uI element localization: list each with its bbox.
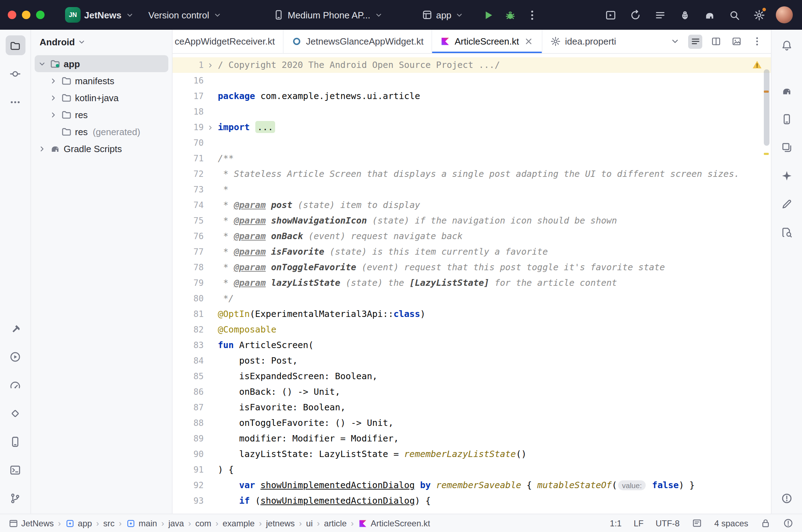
chevron-right-icon[interactable] [49,110,58,119]
debug-button[interactable] [502,7,518,23]
fold-icon[interactable] [204,60,216,70]
code-line[interactable]: 76 * @param onBack (event) request navig… [173,229,771,244]
code-line[interactable]: 81@OptIn(ExperimentalMaterial3Api::class… [173,306,771,322]
project-tool-window-button[interactable] [5,35,25,55]
breadcrumb-src[interactable]: src [103,518,115,528]
notifications-button[interactable] [777,35,797,55]
running-devices-button[interactable] [603,7,618,23]
breadcrumb-ui[interactable]: ui [306,518,313,528]
encoding-widget[interactable]: UTF-8 [656,518,680,528]
code-line[interactable]: 77 * @param isFavorite (state) is this i… [173,244,771,260]
code-line[interactable]: 18 [173,104,771,120]
gemini-button[interactable] [777,166,797,185]
app-quality-insights-button[interactable] [5,403,25,423]
code-line[interactable]: 86 onBack: () -> Unit, [173,384,771,400]
tab-idea-properti[interactable]: idea.properti [542,30,624,53]
more-tool-windows-button[interactable] [5,92,25,112]
breadcrumb-jetnews[interactable]: jetnews [266,518,295,528]
commit-tool-window-button[interactable] [5,64,25,83]
run-button[interactable] [481,7,496,23]
run-target-selector[interactable]: app [418,6,467,23]
layout-inspector-button[interactable] [777,194,797,214]
project-widget[interactable]: JN JetNews [62,4,138,25]
close-tab-icon[interactable] [523,36,534,47]
code-line[interactable]: 93 if (showUnimplementedActionDialog) { [173,493,771,509]
code-line[interactable]: 92 var showUnimplementedActionDialog by … [173,478,771,493]
breadcrumb-com[interactable]: com [195,518,211,528]
code-line[interactable]: 73 * [173,182,771,197]
tab-jetnewsglanceappwidget-kt[interactable]: JetnewsGlanceAppWidget.kt [283,30,432,53]
settings-button[interactable] [751,7,767,23]
run-configuration-selector[interactable]: Medium Phone AP... [269,6,387,23]
scrollbar-warning-mark[interactable] [764,91,769,93]
chevron-right-icon[interactable] [37,144,47,153]
zoom-window-button[interactable] [36,11,45,19]
code-line[interactable]: 74 * @param post (state) item to display [173,197,771,213]
screenshot-button[interactable] [729,34,743,48]
tree-item-kotlin-java[interactable]: kotlin+java [35,89,168,106]
tree-item-app[interactable]: app [35,55,168,72]
breadcrumb-app[interactable]: app [65,518,92,528]
line-separator-widget[interactable]: LF [634,518,644,528]
code-line[interactable]: 71/** [173,151,771,166]
breadcrumb-java[interactable]: java [168,518,184,528]
device-explorer-button[interactable] [777,109,797,129]
search-everywhere-button[interactable] [726,7,742,23]
chevron-down-icon[interactable] [37,59,47,68]
code-line[interactable]: 83fun ArticleScreen( [173,337,771,353]
caret-position-widget[interactable]: 1:1 [610,518,622,528]
code-editor[interactable]: 1/ Copyright 2020 The Android Open Sourc… [173,54,771,514]
vcs-widget[interactable]: Version control [145,7,226,23]
chevron-right-icon[interactable] [49,93,58,102]
tree-item-manifests[interactable]: manifests [35,72,168,89]
tab-ceappwidgetreceiver-kt[interactable]: ceAppWidgetReceiver.kt [173,30,283,53]
tree-item-res-generated[interactable]: res(generated) [35,123,168,140]
analysis-status-icon[interactable] [783,518,794,528]
lock-icon[interactable] [760,518,771,528]
run-tool-window-button[interactable] [5,347,25,366]
main-menu-button[interactable] [652,7,668,23]
code-line[interactable]: 85 isExpandedScreen: Boolean, [173,369,771,384]
indent-widget[interactable]: 4 spaces [714,518,748,528]
sync-project-button[interactable] [627,7,643,23]
code-line[interactable]: 78 * @param onToggleFavorite (event) req… [173,260,771,275]
reader-mode-icon[interactable] [692,518,702,528]
code-line[interactable]: 91) { [173,462,771,478]
code-line[interactable]: 88 onToggleFavorite: () -> Unit, [173,415,771,431]
code-line[interactable]: 87 isFavorite: Boolean, [173,400,771,415]
code-line[interactable]: 75 * @param showNavigationIcon (state) i… [173,213,771,229]
inspections-warning-icon[interactable] [752,59,762,70]
scrollbar-weak-warning-mark[interactable] [764,153,769,155]
code-line[interactable]: 90 lazyListState: LazyListState = rememb… [173,446,771,462]
find-tool-window-button[interactable] [777,222,797,242]
tab-list-button[interactable] [688,34,702,48]
tab-articlescreen-kt[interactable]: ArticleScreen.kt [432,30,542,53]
close-window-button[interactable] [8,11,16,19]
breadcrumb-main[interactable]: main [126,518,157,528]
code-line[interactable]: 70 [173,135,771,151]
breadcrumb-jetnews[interactable]: JetNews [8,518,54,528]
breadcrumb-article[interactable]: article [324,518,347,528]
minimize-window-button[interactable] [22,11,30,19]
code-line[interactable]: 72 * Stateless Article Screen that displ… [173,166,771,182]
code-line[interactable]: 79 * @param lazyListState (state) the [L… [173,275,771,291]
more-actions-button[interactable] [524,7,540,23]
problems-tool-window-button[interactable] [777,488,797,508]
breadcrumb-articlescreen-kt[interactable]: ArticleScreen.kt [358,518,430,528]
version-control-tool-window-button[interactable] [5,488,25,508]
code-line[interactable]: 84 post: Post, [173,353,771,369]
code-line[interactable]: 80 */ [173,291,771,306]
hidden-tabs-button[interactable] [668,34,682,48]
split-editor-button[interactable] [709,34,723,48]
tree-item-res[interactable]: res [35,106,168,123]
chevron-right-icon[interactable] [49,76,58,85]
code-line[interactable]: 19import ... [173,120,771,135]
fold-icon[interactable] [204,122,216,132]
editor-options-button[interactable] [750,34,764,48]
breadcrumb-example[interactable]: example [223,518,255,528]
profiler-tool-window-button[interactable] [5,375,25,395]
tree-item-gradle-scripts[interactable]: Gradle Scripts [35,140,168,157]
build-tool-window-button[interactable] [5,318,25,338]
profiler-button[interactable] [677,7,692,23]
code-line[interactable]: 1/ Copyright 2020 The Android Open Sourc… [173,57,771,73]
